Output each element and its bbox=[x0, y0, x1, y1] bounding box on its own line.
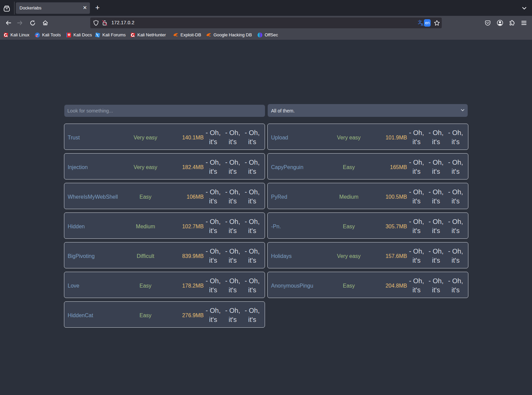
svg-text:$: $ bbox=[68, 33, 70, 36]
svg-text:11: 11 bbox=[36, 35, 38, 37]
svg-text:A: A bbox=[421, 23, 424, 27]
